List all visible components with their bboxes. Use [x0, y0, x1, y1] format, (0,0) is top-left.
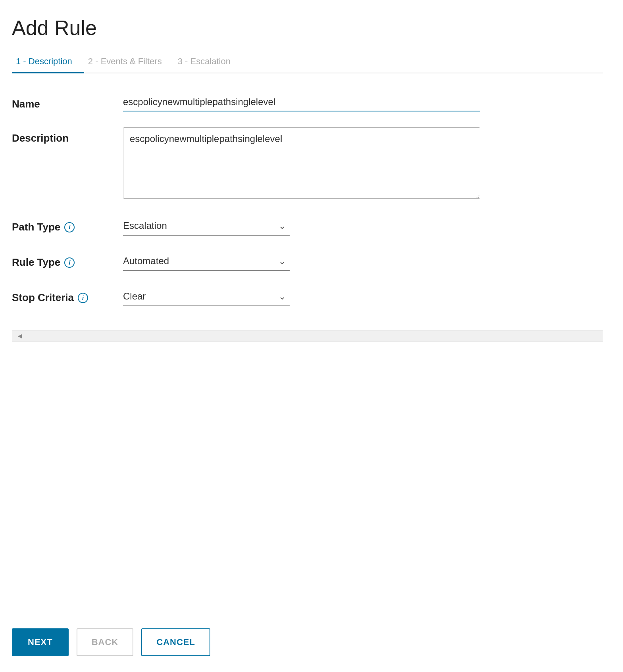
rule-type-select-area: Automated Manual ⌄: [123, 252, 480, 271]
name-label: Name: [12, 93, 123, 110]
name-input[interactable]: [123, 93, 480, 111]
page-container: Add Rule 1 - Description 2 - Events & Fi…: [0, 0, 623, 672]
name-row: Name: [12, 93, 603, 111]
stop-criteria-select[interactable]: Clear Acknowledged: [123, 287, 290, 306]
stop-criteria-select-area: Clear Acknowledged ⌄: [123, 287, 480, 306]
scrollbar-hint: ◄: [12, 330, 603, 342]
rule-type-info-icon[interactable]: i: [64, 257, 75, 268]
stop-criteria-label: Stop Criteria i: [12, 287, 123, 304]
back-button[interactable]: BACK: [77, 628, 134, 656]
stop-criteria-select-wrapper: Clear Acknowledged ⌄: [123, 287, 290, 306]
tabs-row: 1 - Description 2 - Events & Filters 3 -…: [12, 52, 603, 73]
path-type-select-area: Escalation Standard ⌄: [123, 216, 480, 236]
rule-type-label: Rule Type i: [12, 252, 123, 269]
footer-buttons: NEXT BACK CANCEL: [12, 616, 603, 656]
form-area: Name Description Path Type i: [12, 93, 603, 656]
tab-events[interactable]: 2 - Events & Filters: [84, 52, 174, 73]
path-type-select[interactable]: Escalation Standard: [123, 216, 290, 236]
description-row: Description: [12, 127, 603, 200]
description-label: Description: [12, 127, 123, 144]
rule-type-select-wrapper: Automated Manual ⌄: [123, 252, 290, 271]
tab-description[interactable]: 1 - Description: [12, 52, 84, 73]
name-input-area: [123, 93, 480, 111]
rule-type-select[interactable]: Automated Manual: [123, 252, 290, 271]
description-textarea[interactable]: [123, 127, 480, 199]
scroll-left-icon[interactable]: ◄: [16, 332, 23, 340]
path-type-select-wrapper: Escalation Standard ⌄: [123, 216, 290, 236]
cancel-button[interactable]: CANCEL: [141, 628, 210, 656]
page-title: Add Rule: [12, 16, 603, 40]
path-type-label: Path Type i: [12, 216, 123, 233]
spacer: [12, 342, 603, 609]
stop-criteria-row: Stop Criteria i Clear Acknowledged ⌄: [12, 287, 603, 306]
path-type-info-icon[interactable]: i: [64, 222, 75, 232]
tab-escalation[interactable]: 3 - Escalation: [174, 52, 242, 73]
description-input-area: [123, 127, 480, 200]
path-type-row: Path Type i Escalation Standard ⌄: [12, 216, 603, 236]
rule-type-row: Rule Type i Automated Manual ⌄: [12, 252, 603, 271]
stop-criteria-info-icon[interactable]: i: [78, 293, 88, 303]
next-button[interactable]: NEXT: [12, 628, 69, 656]
